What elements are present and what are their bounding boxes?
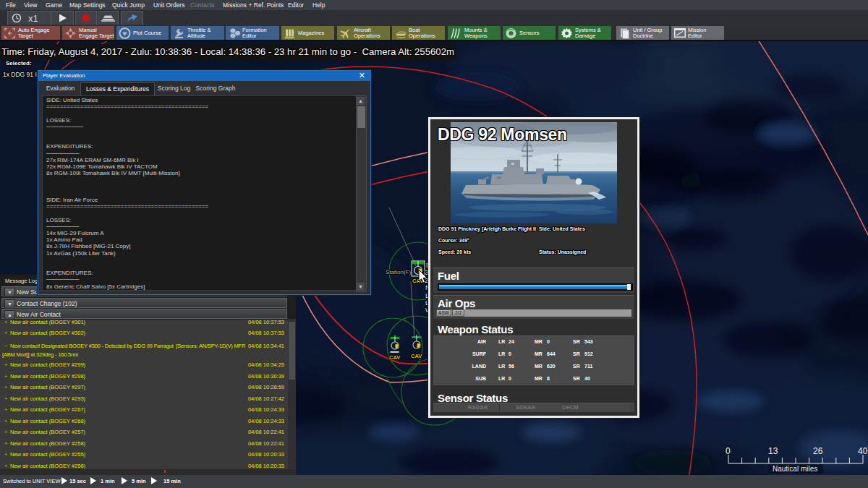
svg-text:x1: x1 (28, 13, 38, 24)
svg-text:40: 40 (858, 446, 868, 456)
svg-text:13: 13 (768, 446, 778, 456)
svg-text:0: 0 (726, 446, 731, 456)
svg-text:CAV: CAV (389, 354, 400, 361)
svg-text:Nautical miles: Nautical miles (773, 465, 817, 473)
svg-text:CAV: CAV (411, 353, 422, 359)
svg-text:26: 26 (813, 446, 823, 456)
svg-text:Station(F): Station(F) (386, 269, 411, 275)
